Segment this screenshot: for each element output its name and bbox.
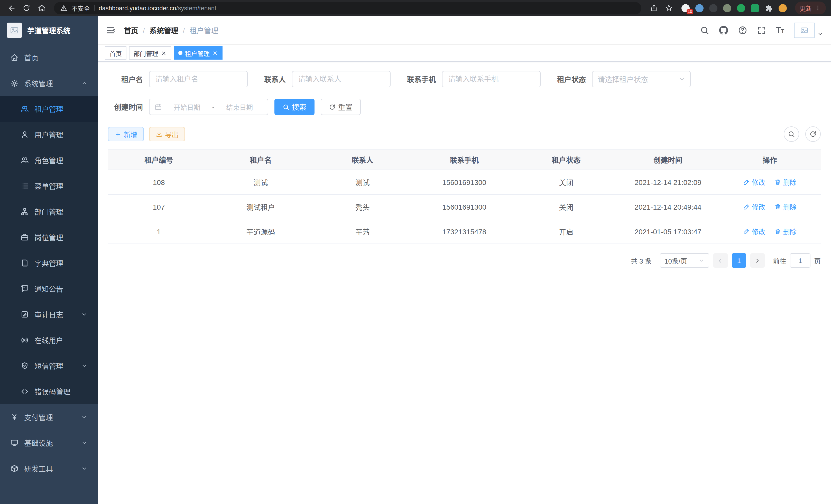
- extension-icon-6[interactable]: [751, 4, 759, 12]
- extensions-row: 10: [682, 4, 787, 12]
- filter-label: 租户状态: [557, 74, 586, 84]
- browser-update-button[interactable]: 更新: [795, 2, 826, 14]
- update-label: 更新: [800, 4, 812, 12]
- users-icon: [21, 105, 29, 113]
- main-area: 首页 / 系统管理 / 租户管理 TT: [98, 16, 831, 504]
- delete-link[interactable]: 删除: [774, 227, 797, 236]
- edit-link[interactable]: 修改: [743, 202, 765, 212]
- search-icon[interactable]: [700, 25, 709, 35]
- sidebar-item-dict[interactable]: 字典管理: [0, 250, 98, 276]
- github-icon[interactable]: [719, 25, 728, 35]
- phone-input[interactable]: [442, 71, 541, 87]
- calendar-icon: [155, 103, 162, 111]
- sidebar-item-dev-tools[interactable]: 研发工具: [0, 456, 98, 481]
- browser-back-button[interactable]: [5, 2, 18, 14]
- edit-link[interactable]: 修改: [743, 227, 765, 236]
- address-bar[interactable]: 不安全 dashboard.yudao.iocoder.cn/system/te…: [54, 2, 641, 14]
- tab-dept[interactable]: 部门管理: [129, 46, 171, 60]
- search-icon: [283, 103, 289, 110]
- sidebar-item-post[interactable]: 岗位管理: [0, 225, 98, 250]
- extension-icon-3[interactable]: [709, 4, 717, 12]
- font-size-icon[interactable]: TT: [776, 25, 784, 35]
- bookmark-star-icon[interactable]: [662, 2, 675, 14]
- close-icon[interactable]: [161, 50, 167, 56]
- cell-contact: 秃头: [312, 195, 413, 219]
- filter-tenant-name: 租户名: [108, 71, 248, 87]
- breadcrumb-section[interactable]: 系统管理: [149, 25, 178, 35]
- cell-tenant-name: 芋道源码: [210, 219, 311, 244]
- sidebar-item-role[interactable]: 角色管理: [0, 147, 98, 173]
- sidebar-item-user[interactable]: 用户管理: [0, 122, 98, 147]
- filter-status: 租户状态 请选择租户状态: [557, 71, 691, 87]
- page-size-select[interactable]: 10条/页: [660, 253, 709, 268]
- filter-label: 租户名: [108, 74, 143, 84]
- cell-contact: 测试: [312, 170, 413, 195]
- profile-avatar[interactable]: [779, 4, 787, 12]
- security-warning-label: 不安全: [71, 4, 90, 12]
- close-icon[interactable]: [212, 50, 218, 56]
- filter-label: 创建时间: [108, 102, 143, 112]
- pencil-icon: [743, 228, 750, 235]
- next-page-button[interactable]: [750, 253, 765, 268]
- sidebar-item-tenant[interactable]: 租户管理: [0, 96, 98, 122]
- user-avatar-menu[interactable]: [794, 22, 823, 38]
- fullscreen-icon[interactable]: [757, 25, 766, 35]
- sidebar-item-label: 审计日志: [34, 309, 81, 320]
- add-button[interactable]: 新增: [108, 127, 144, 141]
- browser-refresh-button[interactable]: [20, 2, 33, 14]
- prev-page-button[interactable]: [713, 253, 728, 268]
- sidebar-item-label: 研发工具: [24, 464, 81, 474]
- caret-down-icon: [817, 31, 823, 37]
- browser-menu-icon[interactable]: [814, 5, 821, 11]
- tab-home[interactable]: 首页: [105, 46, 126, 60]
- tab-tenant[interactable]: 租户管理: [174, 46, 223, 60]
- status-select[interactable]: 请选择租户状态: [592, 71, 691, 87]
- logo-title: 芋道管理系统: [27, 25, 70, 35]
- extension-icon-5[interactable]: [737, 4, 745, 12]
- sidebar-item-label: 租户管理: [34, 104, 87, 114]
- sidebar-item-notice[interactable]: 通知公告: [0, 276, 98, 302]
- delete-link[interactable]: 删除: [774, 202, 797, 212]
- help-icon[interactable]: [738, 25, 747, 35]
- sidebar-item-infra[interactable]: 基础设施: [0, 430, 98, 456]
- sidebar-item-online-users[interactable]: 在线用户: [0, 327, 98, 353]
- tenant-name-input[interactable]: [149, 71, 248, 87]
- column-header: 联系手机: [413, 149, 515, 170]
- toggle-search-button[interactable]: [784, 126, 799, 142]
- chat-icon: [21, 285, 29, 293]
- tabs-bar: 首页 部门管理 租户管理: [98, 45, 831, 62]
- sidebar-item-menu[interactable]: 菜单管理: [0, 173, 98, 199]
- delete-link[interactable]: 删除: [774, 177, 797, 187]
- search-button[interactable]: 搜索: [275, 99, 315, 115]
- table-header-row: 租户编号 租户名 联系人 联系手机 租户状态 创建时间 操作: [108, 149, 821, 170]
- tab-label: 首页: [110, 49, 122, 57]
- active-tab-dot: [178, 51, 182, 55]
- sidebar-item-home[interactable]: 首页: [0, 45, 98, 70]
- date-start-placeholder: 开始日期: [164, 102, 210, 112]
- sidebar-item-payment[interactable]: 支付管理: [0, 404, 98, 430]
- sidebar-item-system[interactable]: 系统管理: [0, 70, 98, 96]
- chevron-up-icon: [81, 80, 87, 86]
- reset-button[interactable]: 重置: [321, 99, 361, 115]
- refresh-table-button[interactable]: [805, 126, 821, 142]
- sidebar-item-dept[interactable]: 部门管理: [0, 199, 98, 225]
- edit-link[interactable]: 修改: [743, 177, 765, 187]
- contact-input[interactable]: [292, 71, 391, 87]
- browser-home-button[interactable]: [35, 2, 48, 14]
- sidebar-item-audit-log[interactable]: 审计日志: [0, 302, 98, 327]
- extension-icon-2[interactable]: [695, 4, 704, 12]
- extensions-puzzle-icon[interactable]: [765, 4, 773, 12]
- sidebar-fold-icon[interactable]: [105, 25, 116, 35]
- extension-icon-4[interactable]: [723, 4, 731, 12]
- page-number-button[interactable]: 1: [732, 253, 746, 268]
- export-button[interactable]: 导出: [149, 127, 185, 141]
- date-end-placeholder: 结束日期: [217, 102, 263, 112]
- goto-page-input[interactable]: [790, 253, 810, 268]
- extension-icon-1[interactable]: 10: [682, 4, 690, 12]
- sidebar-item-sms[interactable]: 短信管理: [0, 353, 98, 379]
- sidebar-item-error-code[interactable]: 错误码管理: [0, 379, 98, 404]
- date-range-picker[interactable]: 开始日期 - 结束日期: [149, 99, 268, 115]
- share-icon[interactable]: [648, 2, 660, 14]
- breadcrumb-home[interactable]: 首页: [124, 25, 138, 35]
- breadcrumb-separator: /: [143, 26, 145, 34]
